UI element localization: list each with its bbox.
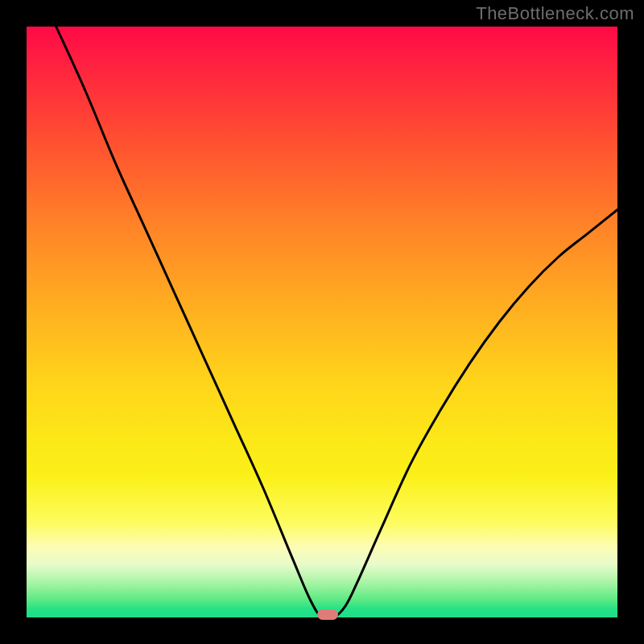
watermark-text: TheBottleneck.com (476, 3, 634, 24)
plot-area (27, 27, 617, 617)
curve-svg (27, 27, 617, 617)
bottleneck-curve-path (56, 27, 617, 620)
optimum-marker (317, 609, 338, 620)
chart-frame: TheBottleneck.com (0, 0, 644, 644)
